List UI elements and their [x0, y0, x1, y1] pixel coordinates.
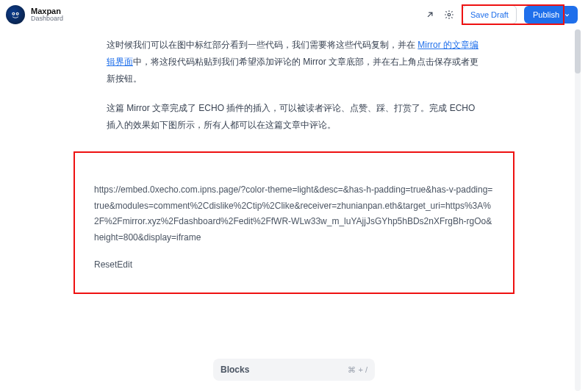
publish-label: Publish [533, 10, 559, 19]
chevron-down-icon [564, 12, 570, 18]
blocks-label: Blocks [220, 365, 249, 375]
site-avatar [6, 5, 25, 24]
svg-point-3 [17, 13, 18, 15]
owl-icon [10, 9, 21, 21]
blocks-shortcut: ⌘ + / [348, 365, 368, 375]
site-meta: Maxpan Dashboard [31, 7, 63, 23]
scrollbar-track [575, 29, 581, 391]
blocks-toolbar[interactable]: Blocks ⌘ + / [213, 359, 375, 381]
header-actions: Save Draft Publish [424, 5, 582, 24]
paragraph-1: 这时候我们可以在图中标红部分看到一些代码，我们需要将这些代码复制，并在 Mirr… [107, 37, 481, 87]
publish-button[interactable]: Publish [524, 6, 578, 24]
paragraph-1-pre: 这时候我们可以在图中标红部分看到一些代码，我们需要将这些代码复制，并在 [107, 40, 417, 50]
gear-icon[interactable] [443, 9, 455, 21]
paragraph-2: 这篇 Mirror 文章完成了 ECHO 插件的插入，可以被读者评论、点赞、踩、… [107, 100, 481, 134]
embed-actions: ResetEdit [94, 257, 494, 273]
scrollbar-thumb[interactable] [575, 29, 581, 73]
article-body: 这时候我们可以在图中标红部分看到一些代码，我们需要将这些代码复制，并在 Mirr… [107, 29, 481, 134]
save-draft-button[interactable]: Save Draft [462, 5, 517, 24]
svg-point-4 [448, 13, 451, 16]
blocks-shortcut-text: ⌘ + / [348, 365, 368, 375]
svg-point-2 [12, 13, 14, 15]
open-external-icon[interactable] [424, 9, 436, 21]
edit-button[interactable]: Edit [117, 259, 132, 270]
embed-url-text[interactable]: https://embed.0xecho.com.ipns.page/?colo… [94, 182, 494, 245]
paragraph-1-post: 中，将这段代码粘贴到我们希望添加评论的 Mirror 文章底部，并在右上角点击保… [107, 57, 478, 84]
editor-content: 这时候我们可以在图中标红部分看到一些代码，我们需要将这些代码复制，并在 Mirr… [0, 29, 588, 391]
app-header: Maxpan Dashboard Save Draft Publish [0, 0, 588, 29]
reset-button[interactable]: Reset [94, 259, 117, 270]
embed-code-block: https://embed.0xecho.com.ipns.page/?colo… [74, 151, 514, 294]
breadcrumb-dashboard[interactable]: Dashboard [31, 15, 63, 23]
